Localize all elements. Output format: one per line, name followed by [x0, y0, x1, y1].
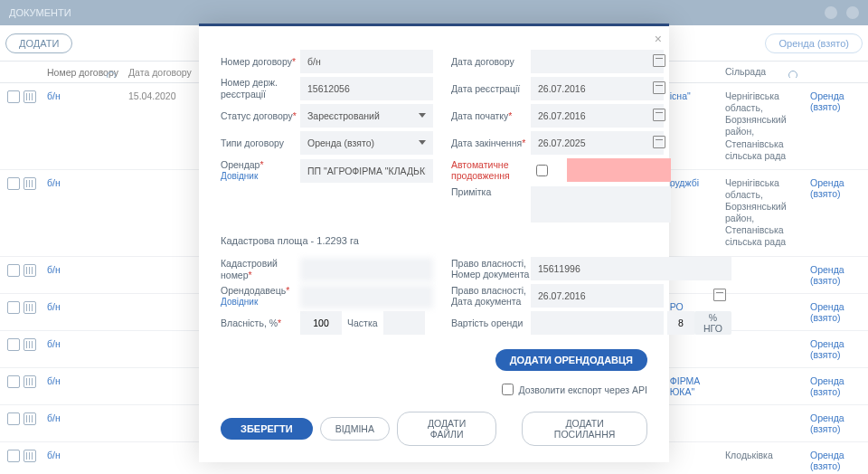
ownership-doc-input[interactable]	[531, 257, 731, 280]
cancel-button[interactable]: ВІДМІНА	[320, 417, 390, 441]
calendar-icon[interactable]	[713, 289, 726, 301]
rent-cost-input[interactable]	[531, 311, 664, 335]
date-end-input[interactable]	[531, 131, 664, 155]
date-contract-input[interactable]	[531, 50, 664, 73]
auto-extension-row	[531, 158, 671, 182]
share-input[interactable]	[383, 311, 425, 335]
auto-extension-checkbox[interactable]	[536, 165, 548, 176]
rent-pct-input[interactable]	[667, 311, 694, 335]
calendar-icon[interactable]	[653, 81, 665, 94]
ownership-pct-input[interactable]	[300, 311, 342, 335]
add-links-button[interactable]: ДОДАТИ ПОСИЛАННЯ	[522, 412, 647, 446]
status-select[interactable]: Зареєстрований	[300, 104, 433, 128]
calendar-icon[interactable]	[653, 136, 665, 148]
reg-no-input[interactable]	[300, 77, 433, 100]
share-label: Частка	[347, 318, 378, 328]
close-icon[interactable]: ×	[655, 32, 662, 46]
calendar-icon[interactable]	[653, 54, 665, 67]
type-select[interactable]: Оренда (взято)	[300, 131, 433, 155]
add-lessor-button[interactable]: ДОДАТИ ОРЕНДОДАВЦЯ	[495, 349, 647, 371]
contract-no-input[interactable]	[300, 50, 433, 73]
cadastral-area-text: Кадастрова площа - 1.2293 га	[221, 235, 647, 246]
tenant-input[interactable]	[300, 159, 433, 183]
api-export-checkbox[interactable]	[502, 384, 514, 395]
date-start-input[interactable]	[531, 104, 664, 128]
note-textarea[interactable]	[531, 186, 671, 223]
date-reg-input[interactable]	[531, 77, 664, 100]
modal-backdrop: × Номер договору* Номер держ. реєстрації…	[0, 0, 868, 474]
add-files-button[interactable]: ДОДАТИ ФАЙЛИ	[397, 412, 496, 446]
api-export-label: Дозволити експорт через API	[519, 384, 648, 395]
cadastral-input[interactable]	[300, 258, 433, 281]
ownership-date-input[interactable]	[531, 284, 664, 308]
calendar-icon[interactable]	[653, 109, 665, 121]
save-button[interactable]: ЗБЕРЕГТИ	[221, 418, 313, 440]
lessor-dict-link[interactable]: Довідник	[221, 297, 300, 308]
lessor-input[interactable]	[300, 285, 433, 308]
nho-button[interactable]: % НГО	[694, 311, 731, 335]
tenant-dict-link[interactable]: Довідник	[221, 171, 300, 182]
contract-modal: × Номер договору* Номер держ. реєстрації…	[199, 24, 669, 462]
